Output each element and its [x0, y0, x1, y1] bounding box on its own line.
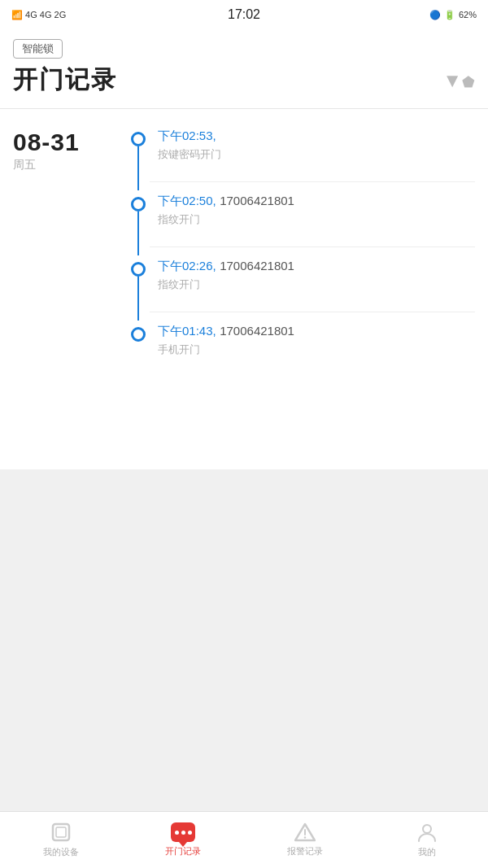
svg-point-4 [304, 836, 306, 838]
date-main: 08-31 [13, 129, 127, 156]
svg-point-5 [423, 825, 431, 833]
timeline-dot [131, 132, 146, 146]
status-bar-time: 17:02 [228, 7, 260, 22]
record-method-0: 按键密码开门 [158, 147, 475, 162]
timeline-dot [131, 327, 146, 342]
timeline-time-user: 下午01:43, 17006421801 [158, 324, 475, 339]
nav-label-mine: 我的 [418, 846, 436, 858]
svg-rect-0 [53, 824, 69, 840]
timeline-item[interactable]: 下午02:50, 17006421801 指纹开门 [127, 190, 475, 255]
timeline-time-user: 下午02:53, [158, 129, 475, 144]
record-time-2: 下午02:26, [158, 259, 216, 273]
timeline-time-user: 下午02:50, 17006421801 [158, 194, 475, 209]
gray-filler [0, 469, 488, 811]
timeline-dot-col [127, 321, 150, 342]
timeline-content: 下午01:43, 17006421801 手机开门 [150, 321, 475, 377]
timeline-line [137, 277, 139, 321]
nav-item-door-record[interactable]: 开门记录 [122, 812, 244, 868]
date-weekday: 周五 [13, 158, 127, 172]
date-section: 08-31 周五 下午02:53, 按键密码开门 [0, 109, 488, 395]
status-bar: 📶 4G 4G 2G 17:02 🔵 🔋 62% [0, 0, 488, 29]
timeline-dot-col [127, 125, 150, 190]
status-bar-left: 📶 4G 4G 2G [11, 10, 66, 20]
timeline-item[interactable]: 下午01:43, 17006421801 手机开门 [127, 321, 475, 379]
timeline-dot-col [127, 190, 150, 255]
timeline-item[interactable]: 下午02:53, 按键密码开门 [127, 125, 475, 190]
device-icon [50, 822, 72, 843]
timeline: 下午02:53, 按键密码开门 下午02:50, 17006421801 [127, 125, 475, 395]
timeline-dot-col [127, 255, 150, 321]
nav-label-alarm: 报警记录 [287, 845, 323, 857]
timeline-content: 下午02:50, 17006421801 指纹开门 [150, 190, 475, 247]
nav-item-alarm[interactable]: 报警记录 [244, 812, 366, 868]
page-title: 开门记录 [13, 63, 117, 97]
timeline-content: 下午02:26, 17006421801 指纹开门 [150, 255, 475, 312]
nav-item-device[interactable]: 我的设备 [0, 812, 122, 868]
battery-icon: 🔋 [444, 10, 455, 20]
date-block: 08-31 周五 [13, 125, 127, 395]
breadcrumb: 智能锁 [13, 39, 63, 59]
svg-rect-1 [56, 827, 66, 837]
status-bar-right: 🔵 🔋 62% [429, 10, 477, 20]
timeline-time-user: 下午02:26, 17006421801 [158, 259, 475, 274]
record-time-3: 下午01:43, [158, 324, 216, 338]
record-method-2: 指纹开门 [158, 277, 475, 292]
record-user-3: 17006421801 [220, 324, 294, 338]
timeline-dot [131, 197, 146, 212]
nav-label-door-record: 开门记录 [165, 845, 201, 857]
bottom-nav: 我的设备 开门记录 报警记录 我的 [0, 811, 488, 868]
record-time-1: 下午02:50, [158, 194, 216, 207]
timeline-line [137, 212, 139, 255]
nav-item-mine[interactable]: 我的 [366, 812, 488, 868]
battery-level: 62% [459, 10, 477, 20]
record-time-0: 下午02:53, [158, 129, 216, 142]
record-method-1: 指纹开门 [158, 212, 475, 227]
timeline-content: 下午02:53, 按键密码开门 [150, 125, 475, 182]
header: 智能锁 开门记录 ▼⬟ [0, 29, 488, 109]
content: 08-31 周五 下午02:53, 按键密码开门 [0, 109, 488, 469]
timeline-line [137, 146, 139, 190]
signal-icons: 📶 4G 4G 2G [11, 10, 66, 20]
filter-icon[interactable]: ▼⬟ [442, 69, 475, 92]
header-title-row: 开门记录 ▼⬟ [13, 63, 475, 97]
nav-label-device: 我的设备 [43, 846, 79, 858]
record-method-3: 手机开门 [158, 342, 475, 357]
record-user-1: 17006421801 [220, 194, 294, 207]
warning-icon [294, 822, 316, 842]
person-icon [416, 822, 438, 843]
bluetooth-icon: 🔵 [429, 10, 441, 20]
record-user-2: 17006421801 [220, 259, 294, 273]
timeline-item[interactable]: 下午02:26, 17006421801 指纹开门 [127, 255, 475, 321]
timeline-dot [131, 262, 146, 277]
chat-bubble-icon [171, 822, 195, 842]
